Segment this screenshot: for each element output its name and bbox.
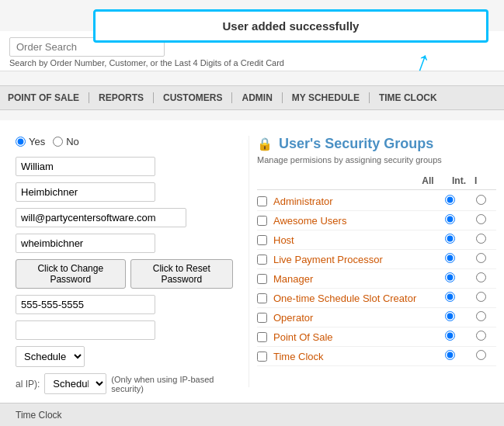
yes-radio-label[interactable]: Yes [16, 136, 45, 147]
radio-int-awesome-users[interactable] [476, 214, 486, 224]
checkbox-host[interactable] [257, 235, 267, 245]
ip-select[interactable]: Schedule [44, 373, 106, 394]
left-panel: Yes No Click to Change Password Click to… [0, 136, 249, 387]
checkbox-awesome-users[interactable] [257, 216, 267, 226]
group-row-time-clock: Time Clock [257, 347, 496, 366]
footer-bar: Time Clock [0, 403, 504, 426]
group-row-operator: Operator [257, 308, 496, 327]
radio-all-manager[interactable] [445, 272, 455, 282]
group-name-manager: Manager [273, 273, 434, 285]
schedule-select[interactable]: Schedule [16, 346, 85, 367]
group-name-time-clock: Time Clock [273, 351, 434, 362]
group-name-operator: Operator [273, 312, 434, 324]
ip-hint: (Only when using IP-based security) [111, 375, 233, 393]
yes-radio[interactable] [16, 137, 26, 147]
group-name-administrator: Administrator [273, 196, 434, 207]
checkbox-administrator[interactable] [257, 196, 267, 206]
group-row-point-of-sale: Point Of Sale [257, 327, 496, 347]
security-title: User's Security Groups [279, 136, 433, 152]
radios-point-of-sale [434, 331, 496, 343]
phone-input[interactable] [16, 295, 155, 314]
first-name-input[interactable] [16, 157, 155, 176]
security-subtitle: Manage permisions by assigning security … [257, 155, 496, 165]
radio-int-live-payment[interactable] [476, 253, 486, 263]
ip-label: al IP): [16, 379, 40, 390]
right-panel: 🔒 User's Security Groups Manage permisio… [249, 136, 504, 387]
radio-int-operator[interactable] [476, 311, 486, 321]
nav-admin[interactable]: ADMIN [232, 92, 282, 103]
group-name-point-of-sale: Point Of Sale [273, 331, 434, 343]
radios-host [434, 234, 496, 246]
col-extra-header: I [474, 175, 490, 186]
checkbox-manager[interactable] [257, 274, 267, 284]
last-name-input[interactable] [16, 182, 155, 202]
group-row-live-payment: Live Payment Processor [257, 250, 496, 269]
extra-field [16, 320, 233, 340]
change-password-button[interactable]: Click to Change Password [16, 259, 126, 289]
checkbox-one-time[interactable] [257, 293, 267, 303]
col-all-header: All [412, 175, 443, 186]
password-buttons: Click to Change Password Click to Reset … [16, 259, 233, 289]
radio-int-one-time[interactable] [476, 292, 486, 302]
username-input[interactable] [16, 234, 155, 253]
radio-all-time-clock[interactable] [445, 350, 455, 360]
checkbox-live-payment[interactable] [257, 255, 267, 265]
nav-customers[interactable]: CUSTOMERS [154, 92, 232, 103]
radio-all-operator[interactable] [445, 311, 455, 321]
group-row-one-time: One-time Schedule Slot Creator [257, 289, 496, 308]
radio-all-awesome-users[interactable] [445, 214, 455, 224]
radio-all-host[interactable] [445, 234, 455, 244]
group-row-manager: Manager [257, 269, 496, 289]
nav-point-of-sale[interactable]: POINT OF SALE [8, 92, 89, 103]
ip-row: al IP): Schedule (Only when using IP-bas… [16, 373, 233, 394]
radio-int-host[interactable] [476, 234, 486, 244]
radio-all-one-time[interactable] [445, 292, 455, 302]
group-name-one-time: One-time Schedule Slot Creator [273, 293, 434, 304]
nav-time-clock[interactable]: TIME CLOCK [370, 92, 447, 103]
groups-header: All Int. I [257, 175, 496, 190]
radios-awesome-users [434, 214, 496, 227]
group-row-administrator: Administrator [257, 192, 496, 211]
success-message: User added successfully [223, 19, 360, 33]
group-row-host: Host [257, 230, 496, 250]
radios-administrator [434, 195, 496, 207]
radio-all-administrator[interactable] [445, 195, 455, 205]
groups-table: All Int. I Administrator Awesome Users [257, 175, 496, 366]
lock-icon: 🔒 [257, 137, 273, 151]
group-name-live-payment: Live Payment Processor [273, 254, 434, 265]
group-row-awesome-users: Awesome Users [257, 211, 496, 230]
username-field [16, 234, 233, 253]
security-header: 🔒 User's Security Groups [257, 136, 496, 152]
radios-time-clock [434, 350, 496, 362]
checkbox-time-clock[interactable] [257, 352, 267, 362]
main-content: Yes No Click to Change Password Click to… [0, 120, 504, 403]
success-banner: User added successfully [93, 9, 488, 43]
last-name-field [16, 182, 233, 202]
reset-password-button[interactable]: Click to Reset Password [130, 259, 233, 289]
radio-all-point-of-sale[interactable] [445, 331, 455, 341]
footer-time-clock-tab[interactable]: Time Clock [8, 410, 70, 421]
first-name-field [16, 157, 233, 176]
radio-int-manager[interactable] [476, 272, 486, 282]
radio-all-live-payment[interactable] [445, 253, 455, 263]
radio-int-point-of-sale[interactable] [476, 331, 486, 341]
radio-int-time-clock[interactable] [476, 350, 486, 360]
email-field [16, 208, 233, 227]
checkbox-operator[interactable] [257, 313, 267, 323]
no-radio-label[interactable]: No [53, 136, 79, 147]
email-input[interactable] [16, 208, 186, 227]
nav-bar: POINT OF SALE REPORTS CUSTOMERS ADMIN MY… [0, 85, 504, 110]
radio-int-administrator[interactable] [476, 195, 486, 205]
nav-reports[interactable]: REPORTS [89, 92, 154, 103]
checkbox-point-of-sale[interactable] [257, 332, 267, 342]
nav-my-schedule[interactable]: MY SCHEDULE [283, 92, 370, 103]
no-radio[interactable] [53, 137, 63, 147]
radios-operator [434, 311, 496, 324]
schedule-row: Schedule [16, 346, 233, 367]
yes-no-radio-group: Yes No [16, 136, 233, 147]
extra-input[interactable] [16, 320, 155, 340]
col-int-header: Int. [443, 175, 474, 186]
radios-manager [434, 272, 496, 285]
radios-one-time [434, 292, 496, 304]
phone-field [16, 295, 233, 314]
